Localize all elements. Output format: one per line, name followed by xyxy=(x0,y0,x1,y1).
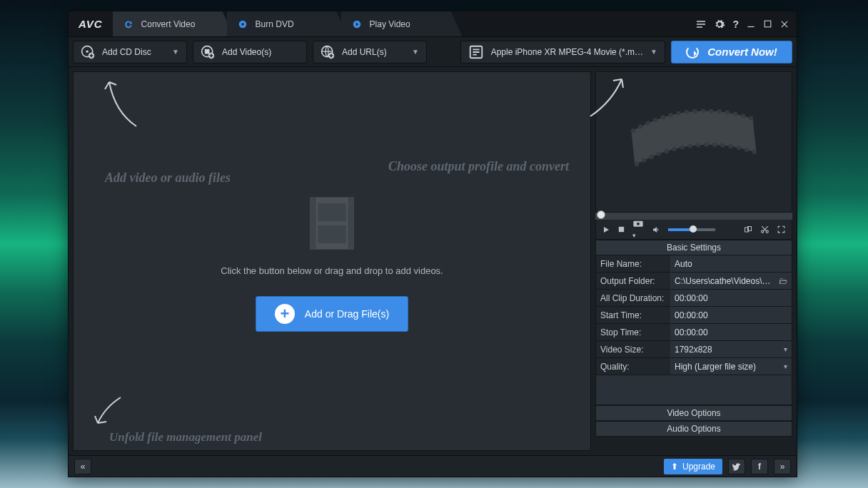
svg-rect-8 xyxy=(205,49,210,54)
setting-key: All Clip Duration: xyxy=(596,293,670,303)
add-cd-disc-button[interactable]: Add CD Disc ▼ xyxy=(73,41,187,63)
plus-icon: + xyxy=(275,304,295,324)
stop-icon[interactable] xyxy=(617,225,625,233)
collapse-panel-button[interactable]: « xyxy=(74,459,91,474)
add-files-button[interactable]: + Add or Drag File(s) xyxy=(256,296,408,332)
basic-settings-header: Basic Settings xyxy=(595,240,792,255)
menu-icon[interactable] xyxy=(695,19,707,30)
button-label: Add Video(s) xyxy=(222,47,271,57)
film-plus-icon xyxy=(201,45,215,59)
up-arrow-icon: ⬆ xyxy=(671,462,678,472)
setting-value[interactable]: 00:00:00 xyxy=(670,307,792,323)
app-window: AVC Convert Video Burn DVD Play Video xyxy=(68,11,797,477)
chevron-down-icon: ▼ xyxy=(412,48,419,56)
tab-play-video[interactable]: Play Video xyxy=(341,11,463,36)
audio-options-header[interactable]: Audio Options xyxy=(595,421,792,437)
hint-choose-profile: Choose output profile and convert xyxy=(388,159,569,174)
arrow-icon xyxy=(92,393,128,429)
setting-value: 00:00:00 xyxy=(670,290,792,306)
setting-value[interactable]: Auto xyxy=(670,255,792,272)
tab-burn-dvd[interactable]: Burn DVD xyxy=(227,11,348,36)
seek-bar[interactable] xyxy=(595,213,792,220)
titlebar: AVC Convert Video Burn DVD Play Video xyxy=(69,11,797,37)
maximize-icon[interactable] xyxy=(763,19,772,29)
settings-spacer xyxy=(596,375,792,405)
setting-key: Start Time: xyxy=(596,310,670,320)
refresh-icon xyxy=(123,19,134,30)
upgrade-button[interactable]: ⬆ Upgrade xyxy=(664,459,722,474)
profile-icon xyxy=(468,44,484,60)
hint-add-files: Add video or audio files xyxy=(105,171,231,185)
chevron-down-icon: ▼ xyxy=(650,48,657,56)
button-label: Upgrade xyxy=(682,462,715,472)
video-options-header[interactable]: Video Options xyxy=(595,405,792,421)
setting-key: File Name: xyxy=(596,259,670,269)
setting-value[interactable]: High (Larger file size) xyxy=(670,358,792,375)
window-controls: ? xyxy=(695,19,797,30)
folder-icon[interactable]: 🗁 xyxy=(779,276,787,286)
twitter-button[interactable] xyxy=(728,459,745,474)
convert-icon xyxy=(686,46,699,59)
disc-plus-icon xyxy=(81,45,95,59)
tab-label: Burn DVD xyxy=(256,19,294,29)
profile-label: Apple iPhone XR MPEG-4 Movie (*.m… xyxy=(491,47,643,57)
volume-knob[interactable] xyxy=(690,225,697,233)
drop-area[interactable]: Add video or audio files Choose output p… xyxy=(73,71,591,451)
cut-icon[interactable] xyxy=(760,225,769,234)
setting-value[interactable]: 1792x828 xyxy=(670,341,792,357)
gear-icon[interactable] xyxy=(714,19,725,30)
setting-key: Quality: xyxy=(596,362,670,372)
output-profile-dropdown[interactable]: Apple iPhone XR MPEG-4 Movie (*.m… ▼ xyxy=(460,41,665,63)
svg-rect-14 xyxy=(310,197,316,249)
side-panel: ▾ Basic Settings File Name: Auto Output … xyxy=(595,71,792,451)
help-icon[interactable]: ? xyxy=(732,19,739,30)
convert-now-button[interactable]: Convert Now! xyxy=(671,41,792,63)
setting-stop-time: Stop Time: 00:00:00 xyxy=(596,324,792,341)
basic-settings: File Name: Auto Output Folder: C:\Users\… xyxy=(595,255,792,405)
preview-pane xyxy=(595,71,792,213)
setting-value[interactable]: C:\Users\cathe\Videos\…🗁 xyxy=(670,273,792,289)
disc-icon xyxy=(237,19,248,30)
chevron-down-icon: ▼ xyxy=(172,48,179,56)
play-icon[interactable] xyxy=(602,225,610,234)
tab-convert-video[interactable]: Convert Video xyxy=(113,11,234,36)
setting-quality: Quality: High (Larger file size) xyxy=(596,358,792,375)
detach-icon[interactable] xyxy=(743,225,753,234)
minimize-icon[interactable] xyxy=(746,19,756,29)
setting-start-time: Start Time: 00:00:00 xyxy=(596,307,792,324)
button-label: Add CD Disc xyxy=(102,47,151,57)
play-icon xyxy=(351,19,363,30)
volume-slider[interactable] xyxy=(668,228,715,231)
arrow-icon xyxy=(101,76,143,133)
setting-file-name: File Name: Auto xyxy=(596,255,792,273)
svg-rect-17 xyxy=(318,225,345,243)
app-logo: AVC xyxy=(69,18,113,30)
player-controls: ▾ xyxy=(595,220,792,240)
button-label: Add or Drag File(s) xyxy=(305,308,389,320)
svg-rect-18 xyxy=(619,227,624,232)
seek-knob[interactable] xyxy=(597,210,605,219)
expand-panel-button[interactable]: » xyxy=(774,459,791,474)
snapshot-icon[interactable]: ▾ xyxy=(632,219,644,240)
add-urls-button[interactable]: Add URL(s) ▼ xyxy=(313,41,427,63)
svg-point-5 xyxy=(86,50,89,52)
setting-key: Stop Time: xyxy=(596,327,670,337)
setting-value[interactable]: 00:00:00 xyxy=(670,324,792,340)
setting-output-folder: Output Folder: C:\Users\cathe\Videos\…🗁 xyxy=(596,273,792,290)
setting-key: Video Size: xyxy=(596,345,670,355)
path-text: C:\Users\cathe\Videos\… xyxy=(675,276,771,286)
button-label: Add URL(s) xyxy=(342,47,387,57)
svg-rect-3 xyxy=(764,21,771,27)
drop-message: Click the button below or drag and drop … xyxy=(221,265,443,276)
facebook-button[interactable]: f xyxy=(751,459,768,474)
svg-point-20 xyxy=(637,222,640,225)
setting-video-size: Video Size: 1792x828 xyxy=(596,341,792,358)
volume-icon[interactable] xyxy=(651,225,661,234)
toolbar: Add CD Disc ▼ Add Video(s) Add URL(s) ▼ … xyxy=(69,37,797,67)
fullscreen-icon[interactable] xyxy=(777,225,786,234)
body: Add video or audio files Choose output p… xyxy=(69,67,797,455)
add-videos-button[interactable]: Add Video(s) xyxy=(193,41,307,63)
setting-all-clip-duration: All Clip Duration: 00:00:00 xyxy=(596,290,792,307)
svg-rect-16 xyxy=(318,203,345,220)
close-icon[interactable] xyxy=(779,19,789,29)
